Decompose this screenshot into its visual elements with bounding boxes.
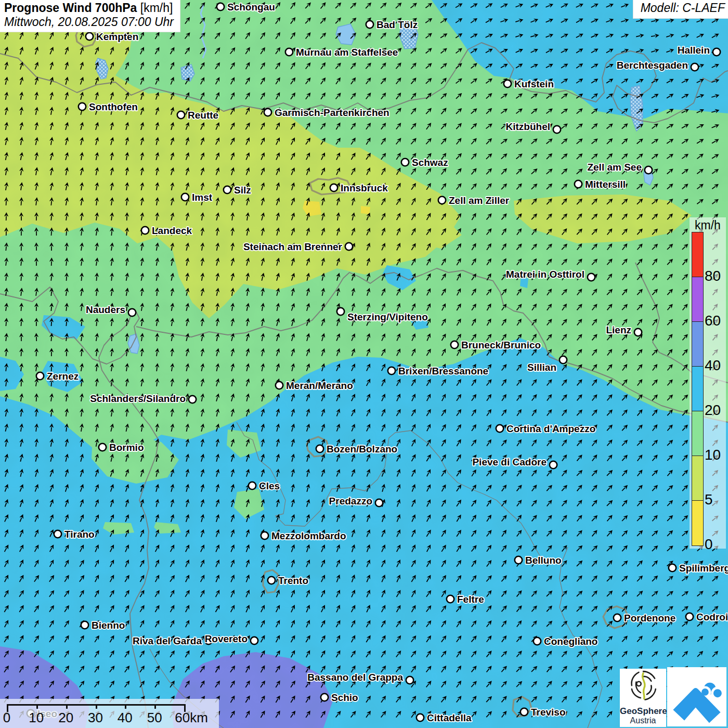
city-marker [337, 308, 344, 315]
city-label: Bruneck/Brunico [461, 340, 541, 350]
city-label: Bassano del Grappa [307, 672, 403, 683]
city-marker [645, 166, 652, 174]
city-marker [614, 614, 621, 621]
scalebar-tick [125, 704, 126, 709]
city-label: Belluno [525, 555, 562, 566]
city-marker [268, 577, 275, 584]
legend-tick-label: 40 [705, 357, 721, 374]
city-marker [177, 111, 185, 119]
legend-unit-label: km/h [695, 218, 721, 232]
city-label: Zell am Ziller [449, 195, 510, 206]
city-label: Riva del Garda [133, 635, 202, 646]
city-label: Bienno [92, 620, 125, 631]
scalebar-label: 60km [175, 710, 208, 726]
city-label: Cittadella [427, 712, 472, 723]
city-marker [417, 714, 424, 721]
city-marker [560, 356, 567, 363]
city-marker [496, 425, 503, 432]
city-label: Tirano [64, 529, 95, 540]
city-marker [686, 613, 693, 620]
city-marker [691, 63, 698, 71]
city-label: Zell am See [587, 162, 642, 173]
title-box: Prognose Wind 700hPa [km/h] Mittwoch, 20… [0, 0, 180, 32]
city-label: Rovereto [205, 633, 248, 644]
city-label: Pieve di Cadore [472, 457, 547, 467]
legend-color-block [692, 322, 703, 367]
scalebar-label: 10 [29, 710, 44, 726]
mountain-logo-box [667, 667, 726, 726]
geosphere-logo: GeoSphere Austria [620, 669, 666, 727]
city-label: Silz [234, 185, 251, 196]
scalebar-label: 50 [147, 710, 162, 726]
city-label: Schwaz [412, 157, 448, 168]
legend-color-block [692, 411, 703, 456]
legend-tick-label: 5 [705, 491, 713, 508]
city-label: Bozen/Bolzano [327, 444, 397, 454]
city-marker [345, 243, 353, 250]
scalebar-label: 30 [88, 710, 103, 726]
legend-tick-label: 10 [705, 447, 721, 463]
weather-map-page: { "header": { "title": "Prognose Wind 70… [0, 0, 728, 728]
geosphere-org-name: GeoSphere [620, 706, 666, 716]
city-label: Treviso [531, 707, 566, 718]
city-marker [553, 126, 561, 133]
city-marker [249, 482, 256, 489]
city-marker [261, 532, 268, 539]
page-title: Prognose Wind 700hPa [km/h] [4, 1, 174, 15]
city-label: Conegliano [544, 636, 597, 647]
city-label: Schlanders/Silandro [90, 393, 186, 404]
city-label: Kitzbühel [506, 121, 551, 132]
city-label: Bormio [109, 442, 144, 453]
city-marker [515, 556, 522, 564]
city-label: Meran/Merano [286, 380, 353, 391]
city-label: Steinach am Brenner [243, 241, 343, 252]
city-marker [217, 3, 224, 10]
city-marker [81, 621, 88, 629]
city-marker [451, 341, 458, 348]
city-label: Berchtesgaden [617, 60, 688, 71]
city-label: Predazzo [329, 496, 372, 506]
city-marker [401, 159, 409, 166]
city-label: Kufstein [514, 79, 554, 89]
wind-speed-legend: km/h 806040201050 [690, 217, 726, 549]
city-marker [181, 193, 189, 201]
city-marker [251, 637, 258, 644]
city-marker [588, 274, 595, 281]
scalebar-label: 0 [3, 710, 10, 726]
geosphere-squiggle-icon [623, 669, 664, 704]
model-box: Modell: C-LAEF [633, 0, 728, 18]
city-marker [99, 444, 106, 451]
city-marker [534, 638, 541, 645]
city-label: Landeck [152, 225, 192, 236]
geosphere-country: Austria [620, 716, 666, 725]
city-label: Mittersill [585, 179, 626, 190]
mountain-cloud-icon [667, 667, 726, 726]
city-marker [438, 197, 446, 204]
city-marker [366, 21, 373, 28]
scalebar-tick [36, 704, 38, 709]
city-marker [141, 227, 149, 234]
city-marker [36, 372, 44, 380]
city-label: Trento [278, 575, 308, 586]
city-marker [316, 445, 323, 452]
city-label: Spilimbergo [679, 563, 728, 574]
city-marker [388, 367, 395, 374]
legend-tick-label: 80 [705, 268, 721, 284]
city-label: Kempten [96, 31, 138, 42]
city-label: Bad Tölz [376, 19, 418, 30]
city-marker [54, 530, 61, 538]
city-marker [375, 499, 383, 506]
city-marker [447, 595, 454, 603]
city-marker [189, 396, 196, 403]
city-label: Schongau [227, 2, 275, 12]
forecast-datetime: Mittwoch, 20.08.2025 07:00 Uhr [4, 15, 174, 29]
city-label: Codroipo [696, 612, 728, 622]
scalebar-label: 20 [58, 710, 73, 726]
city-label: Sillian [527, 362, 556, 373]
city-label: Pordenone [624, 613, 675, 623]
city-label: Cortina d'Ampezzo [506, 423, 595, 434]
city-label: Garmisch-Partenkirchen [275, 107, 389, 118]
city-marker [128, 309, 136, 316]
city-marker [264, 109, 271, 116]
city-label: Imst [192, 192, 213, 203]
